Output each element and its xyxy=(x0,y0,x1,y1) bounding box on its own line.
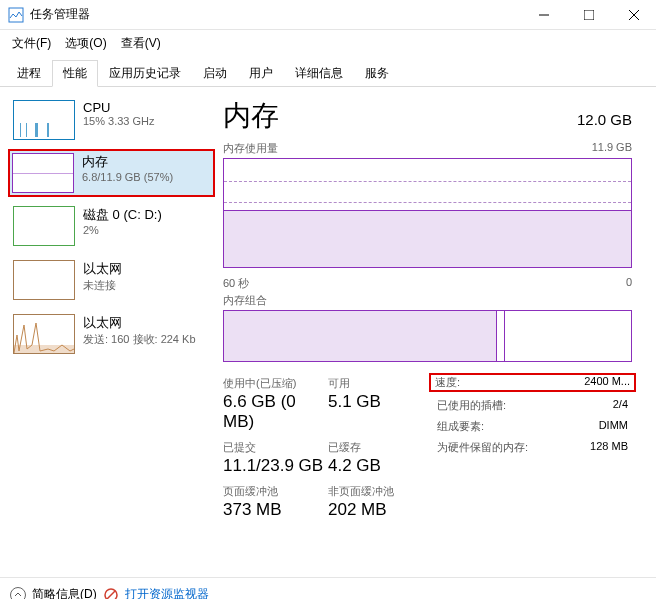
resource-monitor-link[interactable]: 打开资源监视器 xyxy=(125,586,209,599)
memory-composition-graph[interactable] xyxy=(223,310,632,362)
sidebar-item-ethernet-1[interactable]: 以太网 未连接 xyxy=(8,255,215,305)
reserved-value: 128 MB xyxy=(590,440,628,455)
tab-users[interactable]: 用户 xyxy=(238,60,284,87)
form-row: 组成要素: DIMM xyxy=(433,419,632,434)
detail-title: 内存 xyxy=(223,97,279,135)
sidebar-item-label: 磁盘 0 (C: D:) xyxy=(83,206,162,224)
tab-details[interactable]: 详细信息 xyxy=(284,60,354,87)
speed-label: 速度: xyxy=(435,375,460,390)
ethernet-thumbnail xyxy=(13,260,75,300)
usage-max: 11.9 GB xyxy=(592,141,632,156)
sidebar-item-label: 以太网 xyxy=(83,314,196,332)
maximize-button[interactable] xyxy=(566,0,611,30)
reserved-row: 为硬件保留的内存: 128 MB xyxy=(433,440,632,455)
memory-usage-graph[interactable] xyxy=(223,158,632,268)
memory-capacity: 12.0 GB xyxy=(577,111,632,128)
sidebar-item-sub: 6.8/11.9 GB (57%) xyxy=(82,171,173,183)
sidebar-item-sub: 未连接 xyxy=(83,278,122,293)
sidebar-item-memory[interactable]: 内存 6.8/11.9 GB (57%) xyxy=(8,149,215,197)
memory-thumbnail xyxy=(12,153,74,193)
sidebar-item-disk[interactable]: 磁盘 0 (C: D:) 2% xyxy=(8,201,215,251)
slots-row: 已使用的插槽: 2/4 xyxy=(433,398,632,413)
reserved-label: 为硬件保留的内存: xyxy=(437,440,528,455)
tab-services[interactable]: 服务 xyxy=(354,60,400,87)
graph-x-left: 60 秒 xyxy=(223,276,249,291)
close-button[interactable] xyxy=(611,0,656,30)
committed-value: 11.1/23.9 GB xyxy=(223,456,328,476)
menu-bar: 文件(F) 选项(O) 查看(V) xyxy=(0,30,656,57)
composition-label: 内存组合 xyxy=(223,293,632,308)
menu-options[interactable]: 选项(O) xyxy=(59,32,112,55)
graph-x-right: 0 xyxy=(626,276,632,291)
form-label: 组成要素: xyxy=(437,419,484,434)
committed-label: 已提交 xyxy=(223,440,328,455)
menu-file[interactable]: 文件(F) xyxy=(6,32,57,55)
sidebar-item-sub: 15% 3.33 GHz xyxy=(83,115,155,127)
main-content: CPU 15% 3.33 GHz 内存 6.8/11.9 GB (57%) 磁盘… xyxy=(0,87,656,577)
available-label: 可用 xyxy=(328,376,433,391)
nonpaged-value: 202 MB xyxy=(328,500,433,520)
tab-history[interactable]: 应用历史记录 xyxy=(98,60,192,87)
slots-label: 已使用的插槽: xyxy=(437,398,506,413)
sidebar-item-ethernet-2[interactable]: 以太网 发送: 160 接收: 224 Kb xyxy=(8,309,215,359)
speed-row: 速度: 2400 M... xyxy=(429,373,636,392)
cached-label: 已缓存 xyxy=(328,440,433,455)
footer: 简略信息(D) 打开资源监视器 xyxy=(0,577,656,599)
cpu-thumbnail xyxy=(13,100,75,140)
nonpaged-label: 非页面缓冲池 xyxy=(328,484,433,499)
svg-rect-2 xyxy=(584,10,594,20)
available-value: 5.1 GB xyxy=(328,392,433,412)
sidebar-item-label: 以太网 xyxy=(83,260,122,278)
memory-stats: 使用中(已压缩) 6.6 GB (0 MB) 可用 5.1 GB 已提交 11.… xyxy=(223,376,632,528)
chevron-up-icon[interactable] xyxy=(10,587,26,600)
cached-value: 4.2 GB xyxy=(328,456,433,476)
in-use-value: 6.6 GB (0 MB) xyxy=(223,392,328,432)
disk-thumbnail xyxy=(13,206,75,246)
sidebar-item-cpu[interactable]: CPU 15% 3.33 GHz xyxy=(8,95,215,145)
sidebar-item-label: CPU xyxy=(83,100,155,115)
app-icon xyxy=(8,7,24,23)
speed-value: 2400 M... xyxy=(584,375,630,390)
sidebar-item-label: 内存 xyxy=(82,153,173,171)
svg-line-6 xyxy=(107,591,115,599)
menu-view[interactable]: 查看(V) xyxy=(115,32,167,55)
sidebar-item-sub: 2% xyxy=(83,224,162,236)
fewer-details-link[interactable]: 简略信息(D) xyxy=(32,586,97,599)
paged-label: 页面缓冲池 xyxy=(223,484,328,499)
sidebar-item-sub: 发送: 160 接收: 224 Kb xyxy=(83,332,196,347)
ethernet-thumbnail xyxy=(13,314,75,354)
paged-value: 373 MB xyxy=(223,500,328,520)
form-value: DIMM xyxy=(599,419,628,434)
in-use-label: 使用中(已压缩) xyxy=(223,376,328,391)
usage-label: 内存使用量 xyxy=(223,141,278,156)
minimize-button[interactable] xyxy=(521,0,566,30)
memory-detail-panel: 内存 12.0 GB 内存使用量 11.9 GB 60 秒 0 内存组合 使用中… xyxy=(215,87,656,577)
tab-bar: 进程 性能 应用历史记录 启动 用户 详细信息 服务 xyxy=(0,59,656,87)
prohibit-icon xyxy=(103,587,119,600)
window-title: 任务管理器 xyxy=(30,6,521,23)
tab-performance[interactable]: 性能 xyxy=(52,60,98,87)
tab-processes[interactable]: 进程 xyxy=(6,60,52,87)
title-bar: 任务管理器 xyxy=(0,0,656,30)
tab-startup[interactable]: 启动 xyxy=(192,60,238,87)
slots-value: 2/4 xyxy=(613,398,628,413)
performance-sidebar: CPU 15% 3.33 GHz 内存 6.8/11.9 GB (57%) 磁盘… xyxy=(0,87,215,577)
